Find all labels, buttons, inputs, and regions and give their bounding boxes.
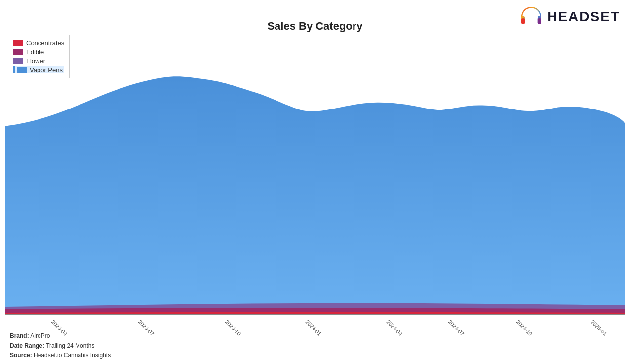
chart-legend: Concentrates Edible Flower Vapor Pens: [8, 35, 70, 78]
legend-label-edible: Edible: [26, 48, 44, 56]
footer-date-label: Date Range:: [10, 342, 44, 349]
legend-color-edible: [13, 49, 23, 55]
chart-svg: [5, 32, 625, 314]
x-label-2024-04: 2024-04: [385, 319, 403, 337]
x-label-2024-01: 2024-01: [305, 319, 323, 337]
concentrates-area: [5, 312, 625, 314]
x-label-2023-07: 2023-07: [137, 319, 156, 337]
footer-brand-label: Brand:: [10, 332, 29, 339]
footer-info: Brand: AiroPro Date Range: Trailing 24 M…: [10, 331, 111, 360]
legend-item-vapor-pens: Vapor Pens: [13, 66, 64, 73]
footer-source-label: Source:: [10, 352, 32, 359]
legend-label-vapor-pens: Vapor Pens: [30, 66, 63, 73]
legend-item-concentrates: Concentrates: [13, 39, 64, 47]
x-label-2025-01: 2025-01: [590, 319, 608, 337]
footer-brand-value: AiroPro: [30, 332, 50, 339]
chart-area: [5, 32, 625, 315]
footer-date-value: Trailing 24 Months: [46, 342, 94, 349]
vapor-pens-area: [5, 76, 625, 314]
x-label-2024-10: 2024-10: [515, 319, 534, 337]
footer-brand: Brand: AiroPro: [10, 331, 111, 341]
page-container: HEADSET Sales By Category Concentrates E…: [0, 0, 630, 364]
legend-item-flower: Flower: [13, 57, 64, 65]
x-label-2024-07: 2024-07: [447, 319, 466, 337]
footer-source-value: Headset.io Cannabis Insights: [34, 352, 111, 359]
legend-color-vapor-pens: [17, 67, 27, 73]
x-label-2023-10: 2023-10: [224, 319, 242, 337]
legend-label-flower: Flower: [26, 57, 45, 65]
footer-date: Date Range: Trailing 24 Months: [10, 341, 111, 351]
footer-source: Source: Headset.io Cannabis Insights: [10, 351, 111, 360]
legend-color-concentrates: [13, 40, 23, 46]
legend-label-concentrates: Concentrates: [26, 39, 64, 47]
legend-item-edible: Edible: [13, 48, 64, 56]
chart-title: Sales By Category: [0, 20, 630, 33]
legend-color-flower: [13, 58, 23, 64]
